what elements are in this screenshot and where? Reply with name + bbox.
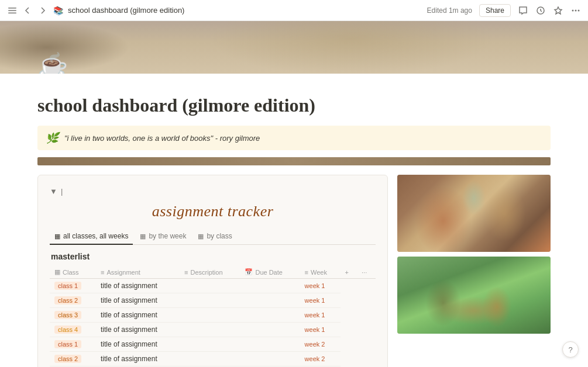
topbar-title: school dashboard (gilmore edition) — [68, 6, 184, 15]
tab-icon-class: ▦ — [198, 233, 204, 240]
share-button[interactable]: Share — [479, 4, 511, 17]
quote-text: "i live in two worlds, one is a world of… — [64, 134, 260, 143]
tab-icon-week: ▦ — [140, 233, 146, 240]
cell-due-date — [240, 308, 300, 323]
cell-due-date — [240, 293, 300, 308]
cell-description — [180, 308, 240, 323]
clock-icon[interactable] — [535, 5, 546, 16]
table-row[interactable]: class 2title of assignmentweek 1 — [50, 293, 376, 308]
cell-assignment: title of assignment — [96, 293, 180, 308]
col-description: ≡ Description — [180, 266, 240, 279]
tab-by-week[interactable]: ▦ by the week — [135, 230, 191, 245]
cell-week: week 1 — [300, 308, 341, 323]
col-date-icon: 📅 — [245, 268, 253, 276]
cell-assignment: title of assignment — [96, 352, 180, 366]
week-badge: week 2 — [305, 341, 325, 348]
page-content: school dashboard (gilmore edition) 🌿 "i … — [0, 74, 588, 367]
toggle-cursor: | — [61, 187, 63, 196]
outdoor-scene — [397, 257, 551, 334]
comment-icon[interactable] — [518, 5, 528, 16]
cell-assignment: title of assignment — [96, 323, 180, 337]
col-more[interactable]: ··· — [357, 266, 376, 279]
col-class: ▦ Class — [50, 266, 96, 279]
svg-point-5 — [572, 9, 574, 11]
hero-texture — [0, 21, 588, 74]
cell-due-date — [240, 323, 300, 337]
class-badge: class 1 — [54, 282, 81, 290]
tab-label-class: by class — [207, 232, 232, 240]
class-badge: class 3 — [54, 311, 81, 319]
col-class-icon: ▦ — [54, 268, 60, 276]
svg-point-6 — [575, 9, 577, 11]
callout-emoji: 🌿 — [46, 131, 59, 144]
table-row[interactable]: class 1title of assignmentweek 2 — [50, 337, 376, 352]
table-row[interactable]: class 3title of assignmentweek 1 — [50, 308, 376, 323]
cell-class: class 1 — [50, 337, 96, 352]
col-due-date: 📅 Due Date — [240, 266, 300, 279]
tab-label-week: by the week — [149, 232, 186, 240]
forward-icon[interactable] — [37, 5, 48, 16]
database-card: ▼ | assignment tracker ▦ all classes, al… — [37, 175, 388, 367]
cell-description — [180, 337, 240, 352]
db-title-part1: assignment — [152, 203, 228, 220]
tab-icon-all: ▦ — [54, 233, 60, 240]
class-badge: class 2 — [54, 355, 81, 363]
cell-class: class 2 — [50, 352, 96, 366]
col-desc-icon: ≡ — [184, 269, 188, 276]
cell-week: week 1 — [300, 279, 341, 293]
tab-by-class[interactable]: ▦ by class — [193, 230, 236, 245]
more-icon[interactable] — [570, 5, 581, 16]
menu-icon[interactable] — [7, 5, 18, 16]
diner-scene — [397, 175, 551, 252]
tab-label-all: all classes, all weeks — [63, 232, 128, 240]
topbar-left: 📚 school dashboard (gilmore edition) — [7, 5, 184, 16]
outdoor-image — [397, 257, 551, 334]
class-badge: class 2 — [54, 296, 81, 304]
cell-week: week 2 — [300, 337, 341, 352]
cell-assignment: title of assignment — [96, 308, 180, 323]
cell-description — [180, 279, 240, 293]
right-images — [397, 175, 551, 334]
week-badge: week 2 — [305, 355, 325, 362]
cell-description — [180, 323, 240, 337]
db-title: assignment tracker — [50, 203, 376, 220]
hero-banner: ☕ — [0, 21, 588, 74]
col-week-icon: ≡ — [305, 269, 308, 276]
svg-marker-4 — [555, 7, 562, 14]
week-badge: week 1 — [305, 282, 325, 289]
star-icon[interactable] — [553, 5, 563, 16]
cell-description — [180, 352, 240, 366]
class-badge: class 1 — [54, 340, 81, 348]
cell-class: class 3 — [50, 308, 96, 323]
cell-class: class 1 — [50, 279, 96, 293]
cell-due-date — [240, 337, 300, 352]
page-favicon: 📚 — [53, 5, 63, 16]
week-badge: week 1 — [305, 326, 325, 333]
cell-week: week 1 — [300, 323, 341, 337]
col-week: ≡ Week — [300, 266, 341, 279]
main-row: ▼ | assignment tracker ▦ all classes, al… — [37, 175, 551, 367]
class-badge: class 4 — [54, 326, 81, 334]
edited-timestamp: Edited 1m ago — [427, 6, 472, 15]
col-assignment: ≡ Assignment — [96, 266, 180, 279]
back-icon[interactable] — [22, 5, 33, 16]
table-row[interactable]: class 4title of assignmentweek 1 — [50, 323, 376, 337]
week-badge: week 1 — [305, 311, 325, 318]
topbar-right: Edited 1m ago Share — [427, 4, 581, 17]
assignments-table: ▦ Class ≡ Assignment ≡ Description 📅 Due… — [50, 266, 376, 367]
db-title-part2: tracker — [228, 203, 274, 220]
db-toggle[interactable]: ▼ | — [50, 187, 376, 196]
help-label: ? — [568, 345, 572, 354]
week-badge: week 1 — [305, 297, 325, 304]
table-row[interactable]: class 2title of assignmentweek 2 — [50, 352, 376, 366]
col-assignment-icon: ≡ — [101, 269, 104, 276]
col-add[interactable]: + — [341, 266, 357, 279]
toggle-icon: ▼ — [50, 187, 57, 196]
tab-all-classes[interactable]: ▦ all classes, all weeks — [50, 230, 133, 245]
help-button[interactable]: ? — [562, 341, 579, 358]
db-tabs: ▦ all classes, all weeks ▦ by the week ▦… — [50, 230, 376, 245]
page-icon: ☕ — [37, 54, 68, 74]
cell-description — [180, 293, 240, 308]
cell-due-date — [240, 279, 300, 293]
table-row[interactable]: class 1title of assignmentweek 1 — [50, 279, 376, 293]
